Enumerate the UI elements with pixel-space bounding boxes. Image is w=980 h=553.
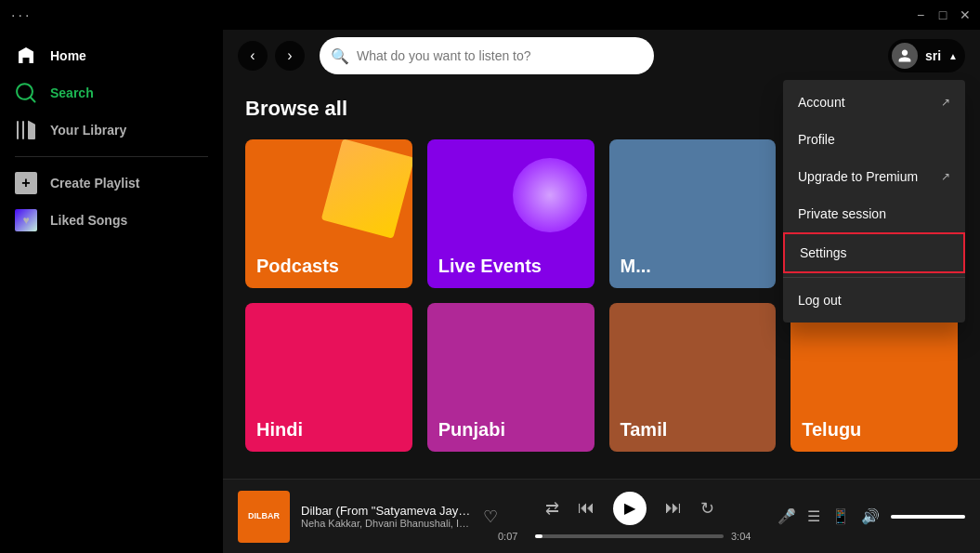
sidebar-divider (15, 156, 208, 157)
search-icon (15, 82, 37, 104)
dropdown-account[interactable]: Account ↗ (783, 84, 965, 121)
progress-fill (535, 534, 542, 538)
control-buttons: ⇄ ⏮ ▶ ⏭ ↻ (545, 492, 714, 525)
card-hindi[interactable]: Hindi (245, 303, 412, 452)
dropdown-logout[interactable]: Log out (783, 282, 965, 319)
library-icon (15, 119, 37, 141)
create-playlist-label: Create Playlist (50, 176, 140, 191)
user-menu-button[interactable]: sri ▲ (888, 39, 965, 72)
user-dropdown-menu: Account ↗ Profile Upgrade to Premium ↗ P… (783, 80, 965, 323)
search-input[interactable] (320, 37, 654, 74)
liked-songs-label: Liked Songs (50, 213, 127, 228)
username-label: sri (925, 48, 941, 63)
avatar (892, 43, 918, 69)
volume-fill (891, 515, 965, 519)
player-track-info: DILBAR Dilbar (From "Satyameva Jayate Ne… (238, 491, 498, 543)
card-telugu[interactable]: Telugu (791, 303, 958, 452)
time-current: 0:07 (498, 531, 528, 542)
play-button[interactable]: ▶ (613, 492, 647, 525)
card-podcasts-label: Podcasts (256, 256, 339, 277)
close-button[interactable]: ✕ (958, 7, 973, 22)
external-link-icon-2: ↗ (941, 170, 950, 183)
search-icon: 🔍 (331, 47, 349, 65)
chevron-up-icon: ▲ (948, 51, 958, 61)
dropdown-settings[interactable]: Settings (783, 232, 965, 273)
search-label: Search (50, 86, 94, 100)
queue-button[interactable]: ☰ (807, 507, 820, 525)
forward-button[interactable]: › (275, 41, 305, 71)
topbar: ‹ › 🔍 sri ▲ (223, 30, 980, 82)
card-tamil[interactable]: Tamil (609, 303, 777, 452)
settings-label: Settings (800, 245, 847, 260)
track-artist: Neha Kakkar, Dhvani Bhanushali, Ikka, T (301, 518, 472, 529)
lyrics-button[interactable]: 🎤 (777, 507, 796, 525)
card-podcasts[interactable]: Podcasts (245, 139, 412, 288)
dropdown-divider (783, 277, 965, 278)
logout-label: Log out (798, 293, 842, 308)
progress-track[interactable] (535, 534, 724, 538)
user-menu-container: sri ▲ Account ↗ Profile Upgrade to Premi… (888, 39, 965, 72)
sidebar-item-create-playlist[interactable]: + Create Playlist (0, 165, 223, 202)
player-bar: DILBAR Dilbar (From "Satyameva Jayate Ne… (223, 479, 980, 553)
card-punjabi-label: Punjabi (438, 419, 505, 441)
maximize-button[interactable]: □ (935, 7, 950, 22)
track-name: Dilbar (From "Satyameva Jayate (301, 504, 472, 518)
like-button[interactable]: ♡ (483, 507, 498, 527)
progress-bar: 0:07 3:04 (498, 531, 761, 542)
back-button[interactable]: ‹ (238, 41, 268, 71)
sidebar-item-search[interactable]: Search (0, 74, 223, 112)
dropdown-profile[interactable]: Profile (783, 121, 965, 158)
sidebar-item-home[interactable]: Home (0, 37, 223, 74)
nav-buttons: ‹ › (238, 41, 305, 71)
next-button[interactable]: ⏭ (665, 498, 682, 518)
track-details: Dilbar (From "Satyameva Jayate Neha Kakk… (301, 504, 472, 529)
previous-button[interactable]: ⏮ (578, 498, 595, 518)
card-tamil-label: Tamil (621, 419, 668, 441)
liked-songs-icon: ♥ (15, 209, 37, 231)
cards-row-2: Hindi Punjabi Tamil Telugu (245, 303, 958, 452)
account-label: Account (798, 95, 845, 110)
player-right-controls: 🎤 ☰ 📱 🔊 (761, 507, 965, 525)
card-live-events-label: Live Events (438, 256, 542, 277)
search-bar: 🔍 (320, 37, 654, 74)
card-live-events[interactable]: Live Events (427, 139, 595, 288)
card-telugu-label: Telugu (802, 419, 861, 441)
upgrade-label: Upgrade to Premium (798, 169, 918, 184)
create-playlist-icon: + (15, 172, 37, 194)
card-music-label: M... (621, 256, 651, 277)
repeat-button[interactable]: ↻ (700, 498, 714, 519)
app-menu[interactable]: ··· (11, 7, 32, 24)
time-total: 3:04 (731, 531, 761, 542)
sidebar: Home Search Your Library + Create Playli… (0, 30, 223, 553)
profile-label: Profile (798, 132, 835, 147)
sidebar-item-library[interactable]: Your Library (0, 112, 223, 149)
sidebar-item-liked-songs[interactable]: ♥ Liked Songs (0, 202, 223, 239)
dropdown-upgrade[interactable]: Upgrade to Premium ↗ (783, 158, 965, 195)
dropdown-private-session[interactable]: Private session (783, 195, 965, 232)
card-music[interactable]: M... (609, 139, 777, 288)
home-label: Home (50, 48, 86, 63)
external-link-icon: ↗ (941, 96, 950, 109)
player-controls: ⇄ ⏮ ▶ ⏭ ↻ 0:07 3:04 (498, 492, 761, 542)
card-punjabi[interactable]: Punjabi (427, 303, 595, 452)
home-icon (15, 45, 37, 67)
shuffle-button[interactable]: ⇄ (545, 498, 559, 519)
private-session-label: Private session (798, 206, 886, 221)
minimize-button[interactable]: − (913, 7, 928, 22)
card-hindi-label: Hindi (256, 419, 303, 441)
track-thumbnail: DILBAR (238, 491, 290, 543)
device-button[interactable]: 📱 (831, 507, 850, 525)
library-label: Your Library (50, 123, 126, 138)
volume-button[interactable]: 🔊 (861, 507, 880, 525)
volume-slider[interactable] (891, 515, 965, 519)
